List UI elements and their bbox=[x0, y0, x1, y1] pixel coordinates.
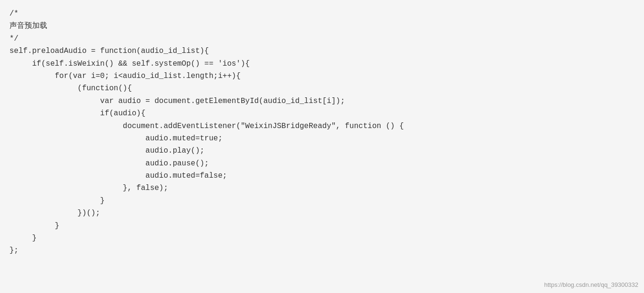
code-container: /* 声音预加载 */ self.preloadAudio = function… bbox=[0, 0, 644, 293]
watermark: https://blog.csdn.net/qq_39300332 bbox=[544, 281, 639, 288]
code-block: /* 声音预加载 */ self.preloadAudio = function… bbox=[9, 8, 635, 257]
